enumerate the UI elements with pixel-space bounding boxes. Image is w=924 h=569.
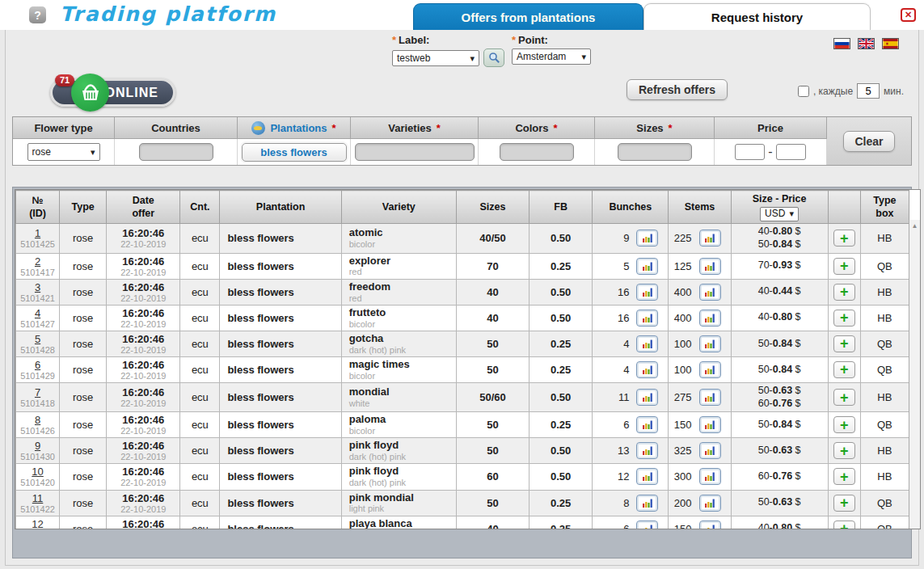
add-offer-button[interactable] — [833, 521, 855, 529]
stems-chart-icon[interactable] — [699, 442, 721, 459]
auto-refresh-minutes-input[interactable] — [857, 83, 880, 99]
help-icon[interactable] — [29, 6, 46, 23]
stems-chart-icon[interactable] — [699, 416, 721, 433]
spanish-flag[interactable] — [882, 38, 899, 49]
add-offer-button[interactable] — [833, 230, 855, 247]
bunches-chart-icon[interactable] — [636, 284, 658, 301]
stems-chart-icon[interactable] — [699, 521, 721, 529]
col-header-date-offer[interactable]: Dateoffer — [107, 191, 180, 224]
tab-offers-from-plantations[interactable]: Offers from plantations — [413, 3, 643, 30]
colors-picker-button[interactable] — [500, 143, 574, 161]
refresh-offers-button[interactable]: Refresh offers — [627, 79, 728, 100]
bunches-chart-icon[interactable] — [636, 389, 658, 406]
add-offer-button[interactable] — [833, 361, 855, 378]
auto-refresh-checkbox[interactable] — [798, 86, 809, 97]
add-offer-button[interactable] — [833, 495, 855, 512]
bunches-chart-icon[interactable] — [636, 495, 658, 512]
offer-number-link[interactable]: 6 — [35, 359, 40, 371]
british-flag[interactable] — [858, 38, 875, 49]
col-header-id[interactable]: №(ID) — [16, 191, 60, 224]
col-header-fb[interactable]: FB — [530, 191, 593, 224]
stems-chart-icon[interactable] — [699, 284, 721, 301]
col-header-sizes[interactable]: Sizes — [456, 191, 529, 224]
filter-header-plantations[interactable]: Plantations * — [238, 117, 351, 139]
offer-number-link[interactable]: 2 — [35, 255, 40, 268]
sizes-picker-button[interactable] — [618, 143, 692, 161]
offers-table-body: 1 5101425 rose 16:20:46 22-10-2019 ecu b… — [16, 224, 909, 529]
col-header-type-box[interactable]: Typebox — [860, 191, 909, 224]
close-icon[interactable] — [901, 8, 916, 22]
tab-request-history[interactable]: Request history — [643, 3, 871, 30]
offer-time: 16:20:46 — [107, 307, 179, 319]
bunches-chart-icon[interactable] — [636, 310, 658, 327]
col-header-stems[interactable]: Stems — [669, 191, 731, 224]
offer-id-cell: 7 5101418 — [16, 382, 60, 411]
bunches-chart-icon[interactable] — [636, 230, 658, 247]
stems-chart-icon[interactable] — [699, 310, 721, 327]
bunches-chart-icon[interactable] — [636, 521, 658, 529]
bunches-chart-icon[interactable] — [636, 468, 658, 485]
price-to-input[interactable] — [776, 144, 806, 160]
stems-chart-icon[interactable] — [699, 495, 721, 512]
basket-icon[interactable] — [71, 74, 109, 112]
stems-chart-icon[interactable] — [699, 389, 721, 406]
offer-bunches-cell: 9 — [593, 224, 669, 253]
label-select[interactable]: testweb — [392, 50, 479, 66]
add-offer-button[interactable] — [833, 310, 855, 327]
plantations-picker-button[interactable]: bless flowers — [242, 143, 347, 162]
filter-countries-cell — [115, 139, 238, 165]
offer-number-link[interactable]: 4 — [35, 307, 40, 319]
add-offer-button[interactable] — [833, 468, 855, 485]
russian-flag[interactable] — [833, 38, 850, 49]
stems-chart-icon[interactable] — [699, 468, 721, 485]
add-offer-button[interactable] — [833, 335, 855, 352]
col-header-bunches[interactable]: Bunches — [593, 191, 669, 224]
offer-number-link[interactable]: 11 — [32, 492, 44, 504]
col-header-variety[interactable]: Variety — [341, 191, 456, 224]
offer-variety-name: explorer — [349, 255, 456, 268]
offer-flower-type: rose — [60, 305, 107, 331]
online-status-widget[interactable]: ONLINE 71 — [50, 75, 188, 111]
offer-number-link[interactable]: 8 — [35, 414, 40, 426]
price-range-dash: - — [768, 145, 772, 159]
bunches-chart-icon[interactable] — [636, 335, 658, 352]
vertical-scrollbar[interactable] — [909, 220, 920, 529]
offer-sizes: 50 — [456, 412, 529, 438]
bunches-chart-icon[interactable] — [636, 416, 658, 433]
bunches-chart-icon[interactable] — [636, 442, 658, 459]
bunches-chart-icon[interactable] — [636, 361, 658, 378]
clear-filters-button[interactable]: Clear — [843, 131, 894, 152]
col-header-plantation[interactable]: Plantation — [220, 191, 341, 224]
varieties-picker-button[interactable] — [355, 143, 475, 161]
search-button[interactable] — [483, 48, 504, 67]
add-offer-button[interactable] — [833, 416, 855, 433]
col-header-cnt[interactable]: Cnt. — [180, 191, 220, 224]
offer-number-link[interactable]: 12 — [32, 518, 43, 529]
offer-stems-cell: 225 — [669, 224, 731, 253]
add-offer-button[interactable] — [833, 284, 855, 301]
bunches-chart-icon[interactable] — [636, 258, 658, 275]
offer-number-link[interactable]: 3 — [35, 281, 40, 293]
add-offer-button[interactable] — [833, 389, 855, 406]
offer-number-link[interactable]: 10 — [32, 466, 43, 478]
offer-number-link[interactable]: 9 — [35, 440, 40, 452]
offer-size-price: 40-0.80 $ — [731, 516, 828, 529]
stems-chart-icon[interactable] — [699, 335, 721, 352]
price-from-input[interactable] — [735, 144, 765, 160]
stems-chart-icon[interactable] — [699, 230, 721, 247]
point-select[interactable]: Amsterdam — [512, 48, 591, 65]
col-header-type[interactable]: Type — [60, 191, 107, 224]
stems-chart-icon[interactable] — [699, 258, 721, 275]
flower-type-select[interactable]: rose — [27, 143, 100, 161]
offers-table-wrap: №(ID) Type Dateoffer Cnt. Plantation Var… — [15, 189, 921, 529]
offer-number-link[interactable]: 7 — [35, 386, 40, 398]
online-label: ONLINE — [105, 86, 158, 100]
offer-number-link[interactable]: 5 — [35, 333, 40, 345]
offer-number-link[interactable]: 1 — [35, 227, 40, 239]
add-offer-button[interactable] — [833, 442, 855, 459]
stems-chart-icon[interactable] — [699, 361, 721, 378]
currency-select[interactable]: USD — [760, 207, 799, 221]
scroll-up-icon[interactable] — [909, 220, 920, 232]
add-offer-button[interactable] — [833, 258, 855, 275]
countries-picker-button[interactable] — [139, 143, 213, 161]
